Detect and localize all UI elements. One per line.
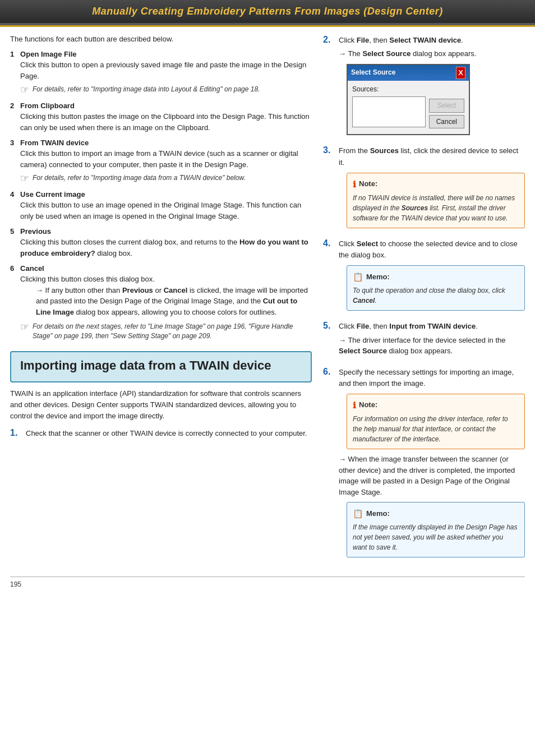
step-3-note-title: Note: [359, 178, 377, 190]
section-6-number: 6 [10, 264, 18, 273]
step-3-note-icon: ℹ [353, 178, 356, 191]
step-6-memo-box: 📋 Memo: If the image currently displayed… [347, 502, 525, 557]
step-6-note-title: Note: [359, 399, 377, 411]
step-6-memo-header: 📋 Memo: [353, 507, 519, 520]
right-step-6-arrow: → When the image transfer between the sc… [339, 454, 525, 497]
section-5-number: 5 [10, 227, 18, 236]
right-step-2-text: Click File, then Select TWAIN device. → … [339, 35, 476, 140]
section-2-title: From Clipboard [20, 102, 75, 110]
section-3-number: 3 [10, 139, 18, 147]
step-6-note-header: ℹ Note: [353, 399, 519, 412]
step-3-note-header: ℹ Note: [353, 178, 519, 191]
section-3-note-ref-text: For details, refer to "Importing image d… [33, 173, 246, 183]
header-title: Manually Creating Embroidery Patterns Fr… [92, 6, 443, 17]
section-3: 3 From TWAIN device Click this button to… [10, 139, 312, 185]
section-5: 5 Previous Clicking this button closes t… [10, 227, 312, 259]
section-3-body: Click this button to import an image fro… [20, 148, 312, 170]
right-step-6: 6. Specify the necessary settings for im… [323, 367, 525, 563]
twain-intro-text: TWAIN is an application interface (API) … [10, 388, 312, 422]
dialog-close-button[interactable]: X [456, 67, 465, 79]
step-6-note-text: For information on using the driver inte… [353, 414, 519, 444]
dialog-sources-label: Sources: [352, 84, 464, 95]
step-3-note-text: If no TWAIN device is installed, there w… [353, 193, 519, 223]
left-step-1-number: 1. [10, 428, 22, 438]
page-header: Manually Creating Embroidery Patterns Fr… [0, 0, 535, 23]
left-column: The functions for each button are descri… [10, 35, 312, 568]
dialog-select-button[interactable]: Select [429, 99, 464, 113]
right-step-4: 4. Click Select to choose the selected d… [323, 238, 525, 316]
step-4-memo-box: 📋 Memo: To quit the operation and close … [347, 265, 525, 311]
right-step-5-text: Click File, then Input from TWAIN device… [339, 321, 525, 361]
dialog-sources-list[interactable] [352, 96, 426, 127]
section-2-number: 2 [10, 102, 18, 110]
page-divider [10, 577, 525, 577]
section-6-note-ref: ☞ For details on the next stages, refer … [20, 322, 312, 341]
twain-section-box: Importing image data from a TWAIN device [10, 351, 312, 383]
section-5-body: Clicking this button closes the current … [20, 237, 312, 259]
right-step-4-number: 4. [323, 238, 335, 248]
dialog-title: Select Source [351, 67, 395, 78]
left-step-1: 1. Check that the scanner or other TWAIN… [10, 428, 312, 439]
right-step-2-arrow: → The Select Source dialog box appears. [339, 48, 476, 59]
right-step-3: 3. From the Sources list, click the desi… [323, 145, 525, 233]
step-6-memo-text: If the image currently displayed in the … [353, 522, 519, 552]
main-content: The functions for each button are descri… [0, 27, 535, 573]
note-ref-icon-6: ☞ [20, 321, 29, 333]
right-step-3-text: From the Sources list, click the desired… [339, 145, 525, 233]
section-4-title: Use Current image [20, 190, 85, 199]
right-step-5-number: 5. [323, 321, 335, 331]
dialog-cancel-button[interactable]: Cancel [429, 115, 464, 129]
section-4-number: 4 [10, 190, 18, 199]
step-6-memo-icon: 📋 [353, 507, 363, 520]
section-6: 6 Cancel Clicking this button closes thi… [10, 264, 312, 341]
step-6-note-box: ℹ Note: For information on using the dri… [347, 394, 525, 449]
right-step-3-number: 3. [323, 145, 335, 155]
section-6-note-ref-text: For details on the next stages, refer to… [33, 322, 312, 341]
section-3-note-ref: ☞ For details, refer to "Importing image… [20, 173, 312, 185]
step-3-note-box: ℹ Note: If no TWAIN device is installed,… [347, 173, 525, 228]
step-4-memo-icon: 📋 [353, 270, 363, 283]
step-4-memo-header: 📋 Memo: [353, 270, 519, 283]
dialog-titlebar: Select Source X [348, 65, 469, 81]
section-1: 1 Open Image File Click this button to o… [10, 50, 312, 96]
right-step-2: 2. Click File, then Select TWAIN device.… [323, 35, 525, 140]
section-5-title: Previous [20, 227, 51, 236]
page-number: 195 [10, 580, 525, 588]
section-4-body: Click this button to use an image opened… [20, 200, 312, 222]
section-1-note-ref-text: For details, refer to "Importing image d… [33, 85, 260, 94]
select-source-dialog: Select Source X Sources: Select Cancel [347, 64, 470, 136]
section-1-body: Click this button to open a previously s… [20, 59, 312, 81]
right-step-6-text: Specify the necessary settings for impor… [339, 367, 525, 563]
right-step-2-number: 2. [323, 35, 335, 45]
step-6-memo-title: Memo: [366, 508, 390, 519]
left-step-1-text: Check that the scanner or other TWAIN de… [26, 428, 307, 439]
section-6-title: Cancel [20, 264, 44, 273]
section-1-number: 1 [10, 50, 18, 58]
note-ref-icon-3: ☞ [20, 172, 29, 185]
section-2: 2 From Clipboard Clicking this button pa… [10, 102, 312, 133]
section-6-arrow: → If any button other than Previous or C… [36, 285, 312, 318]
section-6-body: Clicking this button closes this dialog … [20, 274, 312, 317]
section-3-title: From TWAIN device [20, 139, 89, 147]
section-1-title: Open Image File [20, 50, 76, 58]
right-column: 2. Click File, then Select TWAIN device.… [323, 35, 525, 568]
right-step-6-number: 6. [323, 367, 335, 377]
section-2-body: Clicking this button pastes the image on… [20, 111, 312, 133]
step-4-memo-text: To quit the operation and close the dial… [353, 285, 519, 306]
right-step-5-arrow: → The driver interface for the device se… [339, 335, 525, 357]
step-6-note-icon: ℹ [353, 399, 356, 412]
intro-text: The functions for each button are descri… [10, 35, 312, 43]
step-4-memo-title: Memo: [366, 271, 390, 283]
twain-section-title: Importing image data from a TWAIN device [20, 358, 302, 374]
right-step-4-text: Click Select to choose the selected devi… [339, 238, 525, 316]
dialog-body: Sources: Select Cancel [348, 81, 469, 135]
section-1-note-ref: ☞ For details, refer to "Importing image… [20, 85, 312, 96]
right-step-5: 5. Click File, then Input from TWAIN dev… [323, 321, 525, 361]
note-ref-icon-1: ☞ [20, 84, 29, 96]
section-4: 4 Use Current image Click this button to… [10, 190, 312, 222]
